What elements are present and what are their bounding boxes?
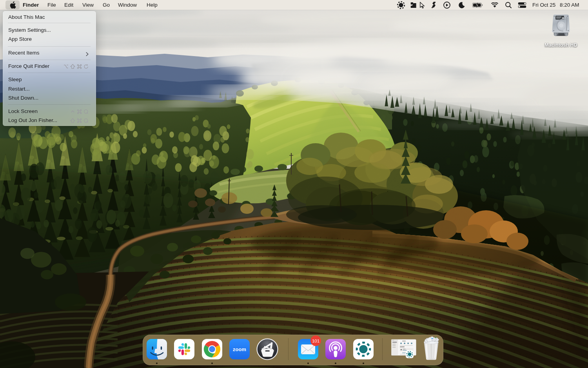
svg-text:zoom: zoom (233, 346, 246, 352)
